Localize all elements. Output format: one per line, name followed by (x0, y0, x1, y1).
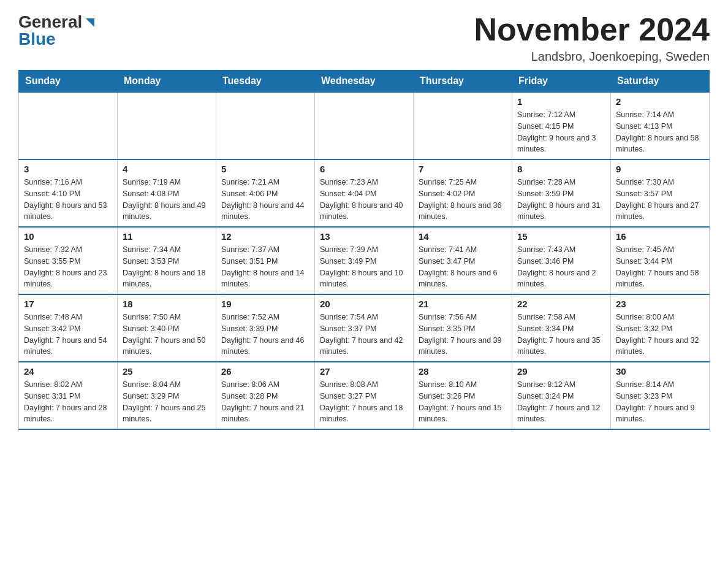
day-info: Sunrise: 7:48 AMSunset: 3:42 PMDaylight:… (24, 312, 112, 358)
day-number: 15 (517, 231, 605, 242)
calendar-cell: 5Sunrise: 7:21 AMSunset: 4:06 PMDaylight… (216, 159, 315, 227)
calendar-header: Sunday Monday Tuesday Wednesday Thursday… (19, 71, 710, 93)
calendar-cell: 16Sunrise: 7:45 AMSunset: 3:44 PMDayligh… (611, 227, 710, 294)
calendar-cell: 7Sunrise: 7:25 AMSunset: 4:02 PMDaylight… (414, 159, 512, 227)
calendar-cell: 15Sunrise: 7:43 AMSunset: 3:46 PMDayligh… (512, 227, 611, 294)
day-info: Sunrise: 7:56 AMSunset: 3:35 PMDaylight:… (419, 312, 507, 358)
header-tuesday: Tuesday (216, 71, 315, 93)
day-info: Sunrise: 7:41 AMSunset: 3:47 PMDaylight:… (419, 244, 507, 290)
day-info: Sunrise: 7:28 AMSunset: 3:59 PMDaylight:… (517, 177, 605, 223)
calendar-cell (118, 92, 216, 159)
calendar-cell: 10Sunrise: 7:32 AMSunset: 3:55 PMDayligh… (19, 227, 118, 294)
svg-marker-0 (86, 18, 94, 27)
day-info: Sunrise: 7:16 AMSunset: 4:10 PMDaylight:… (24, 177, 112, 223)
day-number: 19 (221, 299, 309, 309)
calendar-cell: 21Sunrise: 7:56 AMSunset: 3:35 PMDayligh… (414, 294, 512, 362)
day-info: Sunrise: 8:10 AMSunset: 3:26 PMDaylight:… (419, 379, 507, 425)
day-info: Sunrise: 7:54 AMSunset: 3:37 PMDaylight:… (320, 312, 408, 358)
day-info: Sunrise: 8:14 AMSunset: 3:23 PMDaylight:… (616, 379, 704, 425)
calendar-cell (19, 92, 118, 159)
day-number: 22 (517, 299, 605, 309)
calendar-cell: 30Sunrise: 8:14 AMSunset: 3:23 PMDayligh… (611, 362, 710, 429)
day-info: Sunrise: 7:12 AMSunset: 4:15 PMDaylight:… (517, 109, 605, 155)
calendar-cell: 8Sunrise: 7:28 AMSunset: 3:59 PMDaylight… (512, 159, 611, 227)
day-number: 10 (24, 231, 112, 242)
day-info: Sunrise: 8:12 AMSunset: 3:24 PMDaylight:… (517, 379, 605, 425)
calendar-cell (414, 92, 512, 159)
day-info: Sunrise: 7:14 AMSunset: 4:13 PMDaylight:… (616, 109, 704, 155)
calendar-cell: 25Sunrise: 8:04 AMSunset: 3:29 PMDayligh… (118, 362, 216, 429)
day-number: 5 (221, 164, 309, 174)
calendar-cell: 13Sunrise: 7:39 AMSunset: 3:49 PMDayligh… (315, 227, 414, 294)
calendar-cell: 9Sunrise: 7:30 AMSunset: 3:57 PMDaylight… (611, 159, 710, 227)
calendar-cell: 20Sunrise: 7:54 AMSunset: 3:37 PMDayligh… (315, 294, 414, 362)
day-info: Sunrise: 7:32 AMSunset: 3:55 PMDaylight:… (24, 244, 112, 290)
day-info: Sunrise: 7:30 AMSunset: 3:57 PMDaylight:… (616, 177, 704, 223)
day-info: Sunrise: 7:19 AMSunset: 4:08 PMDaylight:… (123, 177, 211, 223)
day-info: Sunrise: 7:23 AMSunset: 4:04 PMDaylight:… (320, 177, 408, 223)
day-number: 21 (419, 299, 507, 309)
calendar-table: Sunday Monday Tuesday Wednesday Thursday… (18, 70, 710, 430)
calendar-week-row: 24Sunrise: 8:02 AMSunset: 3:31 PMDayligh… (19, 362, 710, 429)
calendar-cell: 6Sunrise: 7:23 AMSunset: 4:04 PMDaylight… (315, 159, 414, 227)
day-info: Sunrise: 7:45 AMSunset: 3:44 PMDaylight:… (616, 244, 704, 290)
day-number: 1 (517, 96, 605, 107)
day-number: 23 (616, 299, 704, 309)
day-number: 13 (320, 231, 408, 242)
day-number: 30 (616, 366, 704, 377)
day-info: Sunrise: 7:37 AMSunset: 3:51 PMDaylight:… (221, 244, 309, 290)
day-number: 2 (616, 96, 704, 107)
header-monday: Monday (118, 71, 216, 93)
day-info: Sunrise: 7:50 AMSunset: 3:40 PMDaylight:… (123, 312, 211, 358)
calendar-week-row: 3Sunrise: 7:16 AMSunset: 4:10 PMDaylight… (19, 159, 710, 227)
calendar-cell: 11Sunrise: 7:34 AMSunset: 3:53 PMDayligh… (118, 227, 216, 294)
calendar-cell: 24Sunrise: 8:02 AMSunset: 3:31 PMDayligh… (19, 362, 118, 429)
day-info: Sunrise: 7:21 AMSunset: 4:06 PMDaylight:… (221, 177, 309, 223)
calendar-cell: 12Sunrise: 7:37 AMSunset: 3:51 PMDayligh… (216, 227, 315, 294)
logo-triangle-icon (83, 16, 97, 29)
calendar-cell: 1Sunrise: 7:12 AMSunset: 4:15 PMDaylight… (512, 92, 611, 159)
calendar-week-row: 1Sunrise: 7:12 AMSunset: 4:15 PMDaylight… (19, 92, 710, 159)
day-number: 14 (419, 231, 507, 242)
calendar-cell: 4Sunrise: 7:19 AMSunset: 4:08 PMDaylight… (118, 159, 216, 227)
weekday-header-row: Sunday Monday Tuesday Wednesday Thursday… (19, 71, 710, 93)
calendar-cell: 23Sunrise: 8:00 AMSunset: 3:32 PMDayligh… (611, 294, 710, 362)
header-friday: Friday (512, 71, 611, 93)
day-number: 6 (320, 164, 408, 174)
location-subtitle: Landsbro, Joenkoeping, Sweden (474, 50, 710, 64)
calendar-cell (216, 92, 315, 159)
calendar-cell: 27Sunrise: 8:08 AMSunset: 3:27 PMDayligh… (315, 362, 414, 429)
day-number: 24 (24, 366, 112, 377)
calendar-cell: 3Sunrise: 7:16 AMSunset: 4:10 PMDaylight… (19, 159, 118, 227)
day-number: 29 (517, 366, 605, 377)
day-number: 4 (123, 164, 211, 174)
calendar-cell: 17Sunrise: 7:48 AMSunset: 3:42 PMDayligh… (19, 294, 118, 362)
header-thursday: Thursday (414, 71, 512, 93)
day-number: 17 (24, 299, 112, 309)
day-info: Sunrise: 7:34 AMSunset: 3:53 PMDaylight:… (123, 244, 211, 290)
day-info: Sunrise: 8:06 AMSunset: 3:28 PMDaylight:… (221, 379, 309, 425)
calendar-cell (315, 92, 414, 159)
calendar-body: 1Sunrise: 7:12 AMSunset: 4:15 PMDaylight… (19, 92, 710, 429)
header-saturday: Saturday (611, 71, 710, 93)
day-info: Sunrise: 7:58 AMSunset: 3:34 PMDaylight:… (517, 312, 605, 358)
day-info: Sunrise: 7:43 AMSunset: 3:46 PMDaylight:… (517, 244, 605, 290)
day-number: 20 (320, 299, 408, 309)
day-number: 12 (221, 231, 309, 242)
day-info: Sunrise: 8:00 AMSunset: 3:32 PMDaylight:… (616, 312, 704, 358)
day-number: 26 (221, 366, 309, 377)
calendar-cell: 28Sunrise: 8:10 AMSunset: 3:26 PMDayligh… (414, 362, 512, 429)
day-info: Sunrise: 8:04 AMSunset: 3:29 PMDaylight:… (123, 379, 211, 425)
day-info: Sunrise: 7:39 AMSunset: 3:49 PMDaylight:… (320, 244, 408, 290)
day-number: 27 (320, 366, 408, 377)
page-header: General Blue November 2024 Landsbro, Joe… (18, 12, 710, 64)
main-title: November 2024 (474, 12, 710, 47)
logo-blue-text: Blue (18, 29, 97, 49)
day-info: Sunrise: 7:25 AMSunset: 4:02 PMDaylight:… (419, 177, 507, 223)
logo: General Blue (18, 12, 97, 49)
day-number: 25 (123, 366, 211, 377)
calendar-cell: 29Sunrise: 8:12 AMSunset: 3:24 PMDayligh… (512, 362, 611, 429)
day-number: 3 (24, 164, 112, 174)
day-number: 7 (419, 164, 507, 174)
title-section: November 2024 Landsbro, Joenkoeping, Swe… (474, 12, 710, 64)
